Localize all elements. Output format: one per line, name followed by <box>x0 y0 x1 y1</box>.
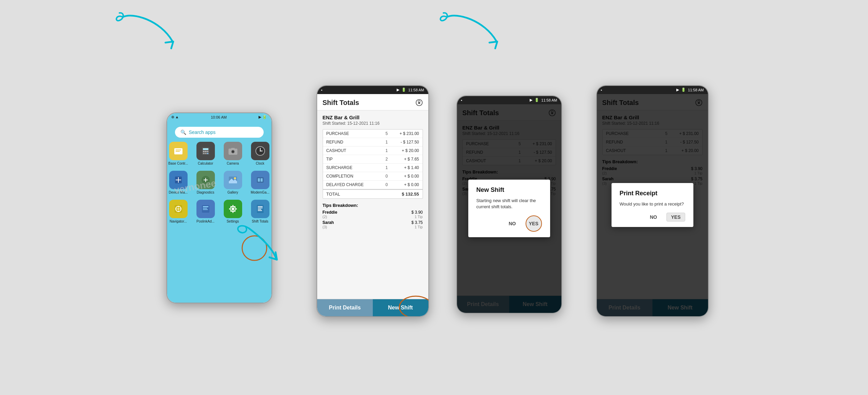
status-icons-right: ▶ 🔋 <box>259 115 267 119</box>
tips-section-2: Tips Breakdown: Freddie (2) $ 3.90 1 Tip <box>323 203 423 229</box>
search-icon: 🔍 <box>180 130 186 135</box>
status-sim-2: ▪ <box>321 88 323 92</box>
lock-icon-2 <box>415 99 423 106</box>
dialog-body-3: Starting new shift will clear the curren… <box>476 198 542 210</box>
svg-rect-37 <box>203 208 207 209</box>
app-icon-diag <box>196 171 215 189</box>
phone-2: ▪ ▶ 🔋 11:58 AM Shift Totals ENZ Bar & Gr… <box>317 85 429 317</box>
status-signal-2: 🔋 <box>401 88 406 92</box>
search-label: Search apps <box>189 130 216 135</box>
app-icon-nav <box>169 200 188 218</box>
shift-screen-2: Shift Totals ENZ Bar & Grill Shift Start… <box>317 94 428 316</box>
app-icon-calc <box>196 142 215 160</box>
svg-rect-29 <box>258 178 260 182</box>
dialog-title-4: Print Receipt <box>620 190 685 197</box>
app-camera[interactable]: Camera <box>223 142 243 165</box>
svg-rect-8 <box>203 153 205 154</box>
svg-rect-6 <box>205 151 207 152</box>
svg-rect-10 <box>207 153 208 154</box>
dialog-buttons-4: NO YES <box>620 213 685 222</box>
app-icon-device <box>169 171 188 189</box>
status-time-1: 10:06 AM <box>211 115 226 119</box>
app-shift-totals[interactable]: Shift Totals <box>250 200 270 223</box>
phone-3: ▪ ▶ 🔋 11:58 AM Shift Totals EN <box>456 95 562 314</box>
svg-rect-5 <box>203 151 205 152</box>
status-icons-left: ⊕ ▲ <box>171 115 179 119</box>
search-bar[interactable]: 🔍 Search apps <box>175 127 264 138</box>
app-calculator[interactable]: Calculator <box>195 142 216 165</box>
dialog-title-3: New Shift <box>476 186 542 194</box>
status-wifi-2: ▶ <box>397 88 399 92</box>
svg-point-27 <box>234 177 236 179</box>
app-poslink[interactable]: PoslinkAd... <box>195 200 216 223</box>
status-time-2: 11:58 AM <box>408 88 424 92</box>
bottom-buttons-2: Print Details New Shift <box>317 299 428 316</box>
svg-rect-41 <box>258 206 263 207</box>
orange-circle-app <box>241 234 268 262</box>
dialog-no-button-3[interactable]: NO <box>506 219 519 228</box>
app-label-camera: Camera <box>227 162 239 165</box>
status-bar-2: ▪ ▶ 🔋 11:58 AM <box>317 86 428 94</box>
app-settings[interactable]: Settings <box>223 200 243 223</box>
app-modem[interactable]: ModemGa... <box>250 171 270 194</box>
app-label-diag: Diagnostics <box>197 191 215 194</box>
app-icon-poslink <box>196 200 215 218</box>
app-navigator[interactable]: Navigator... <box>168 200 189 223</box>
app-icon-camera <box>224 142 242 160</box>
status-wifi-4: ▶ <box>676 88 679 92</box>
print-details-button-2[interactable]: Print Details <box>317 299 373 316</box>
app-label-poslink: PoslinkAd... <box>196 219 215 223</box>
dialog-no-button-4[interactable]: NO <box>647 213 660 221</box>
svg-rect-14 <box>231 148 235 149</box>
business-name-2: ENZ Bar & Grill <box>323 115 423 120</box>
status-battery-4: 🔋 <box>681 88 686 92</box>
svg-rect-9 <box>205 153 207 154</box>
svg-rect-47 <box>418 102 420 104</box>
tips-title-2: Tips Breakdown: <box>323 203 423 208</box>
phone-1: ⊕ ▲ 10:06 AM ▶ 🔋 🔍 Search apps Base Cont… <box>166 112 272 303</box>
svg-rect-7 <box>207 151 208 152</box>
dialog-yes-button-3[interactable]: YES <box>526 215 542 232</box>
trans-row-purchase-2: PURCHASE 5 + $ 231.00 <box>323 130 423 138</box>
dialog-body-4: Would you like to print a receipt? <box>620 201 685 207</box>
app-label-nav: Navigator... <box>170 219 187 223</box>
status-time-4: 11:58 AM <box>688 88 704 92</box>
svg-rect-2 <box>176 151 180 152</box>
arrow-1 <box>113 10 181 51</box>
svg-rect-42 <box>258 208 263 208</box>
svg-rect-30 <box>261 178 263 182</box>
arrow-3 <box>437 10 505 51</box>
app-device-ma[interactable]: Device Ma... <box>168 171 189 194</box>
app-icon-gallery <box>224 171 242 189</box>
app-diagnostics[interactable]: Diagnostics <box>195 171 216 194</box>
status-battery-3: 🔋 <box>534 98 539 102</box>
tip-freddie-2: Freddie (2) $ 3.90 1 Tip <box>323 210 423 219</box>
app-label-settings: Settings <box>226 219 239 223</box>
dialog-overlay-4: Print Receipt Would you like to print a … <box>597 94 708 316</box>
trans-row-surcharge-2: SURCHARGE 1 + $ 1.40 <box>323 164 423 172</box>
trans-row-tip-2: TIP 2 + $ 7.65 <box>323 155 423 164</box>
dialog-buttons-3: NO YES <box>476 215 542 232</box>
app-base-contr[interactable]: Base Contr... <box>168 142 189 165</box>
svg-point-45 <box>242 236 267 260</box>
dialog-yes-button-4[interactable]: YES <box>666 213 685 222</box>
status-time-3: 11:58 AM <box>541 98 557 102</box>
status-bar-4: ▪ ▶ 🔋 11:58 AM <box>597 86 708 94</box>
app-label-shift: Shift Totals <box>252 219 268 223</box>
app-gallery[interactable]: Gallery <box>223 171 243 194</box>
phone-4: ▪ ▶ 🔋 11:58 AM Shift Totals EN <box>596 85 709 317</box>
status-bar-3: ▪ ▶ 🔋 11:58 AM <box>457 96 561 104</box>
new-shift-button-2[interactable]: New Shift <box>373 299 428 316</box>
dialog-overlay-3: New Shift Starting new shift will clear … <box>457 104 561 313</box>
home-screen: 🔍 Search apps Base Contr... Calculator <box>167 121 271 303</box>
app-label-modem: ModemGa... <box>251 191 269 194</box>
svg-point-13 <box>232 151 234 153</box>
trans-row-refund-2: REFUND 1 - $ 127.50 <box>323 138 423 147</box>
trans-row-total-2: TOTAL $ 132.55 <box>323 189 423 198</box>
svg-rect-4 <box>203 148 208 150</box>
app-clock[interactable]: Clock <box>250 142 270 165</box>
svg-rect-44 <box>258 210 262 211</box>
trans-row-delayed-2: DELAYED CHARGE 0 + $ 0.00 <box>323 181 423 189</box>
svg-point-39 <box>232 208 234 210</box>
app-label-calc: Calculator <box>198 162 213 165</box>
